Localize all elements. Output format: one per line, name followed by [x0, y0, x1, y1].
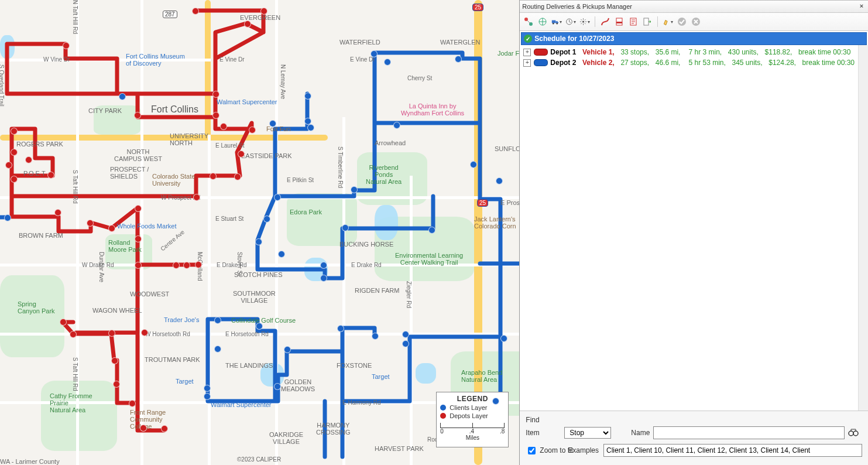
route-tree[interactable]: +Depot 1 Vehicle 1, 33 stops, 35.6 mi, 7…: [520, 45, 858, 411]
client-stop[interactable]: [214, 346, 221, 353]
client-stop[interactable]: [111, 357, 118, 364]
expand-icon[interactable]: +: [523, 59, 531, 67]
client-stop[interactable]: [263, 216, 270, 223]
client-stop[interactable]: [70, 331, 77, 338]
client-stop[interactable]: [135, 235, 142, 242]
client-stop[interactable]: [11, 149, 18, 156]
tool-pdf-icon[interactable]: [614, 16, 625, 27]
close-icon[interactable]: ×: [857, 2, 866, 11]
client-stop[interactable]: [274, 194, 281, 201]
client-stop[interactable]: [269, 120, 276, 127]
tool-gear-icon[interactable]: ▾: [579, 16, 590, 27]
route-dist: 46.6 mi,: [656, 59, 681, 67]
client-stop[interactable]: [60, 319, 67, 326]
route-row[interactable]: +Depot 1 Vehicle 1, 33 stops, 35.6 mi, 7…: [523, 47, 855, 57]
client-stop[interactable]: [351, 186, 358, 193]
client-stop[interactable]: [500, 335, 507, 342]
client-stop[interactable]: [204, 385, 211, 392]
client-stop[interactable]: [370, 50, 378, 57]
check-icon: ✓: [524, 35, 532, 43]
client-stop[interactable]: [134, 112, 141, 119]
client-stop[interactable]: [212, 112, 219, 119]
client-stop[interactable]: [11, 128, 18, 135]
client-stop[interactable]: [108, 225, 115, 232]
schedule-header[interactable]: ✓ Schedule for 10/27/2023: [521, 32, 867, 45]
client-stop[interactable]: [342, 224, 349, 231]
examples-input[interactable]: [603, 444, 862, 457]
client-stop[interactable]: [25, 156, 32, 163]
client-stop[interactable]: [129, 400, 136, 407]
expand-icon[interactable]: +: [523, 49, 531, 56]
tool-globe-icon[interactable]: [537, 16, 548, 27]
client-stop[interactable]: [244, 20, 251, 28]
client-stop[interactable]: [384, 59, 391, 66]
client-stop[interactable]: [161, 425, 168, 432]
tool-check-icon[interactable]: [677, 16, 687, 27]
scrollbar[interactable]: [858, 45, 868, 411]
svg-rect-11: [644, 18, 649, 25]
client-stop[interactable]: [402, 340, 409, 347]
client-stop[interactable]: [5, 162, 12, 169]
client-stop[interactable]: [87, 220, 94, 227]
tool-report-icon[interactable]: [628, 16, 639, 27]
tool-cancel-icon[interactable]: [691, 16, 701, 27]
client-stop[interactable]: [63, 42, 70, 49]
client-stop[interactable]: [428, 227, 435, 234]
client-stop[interactable]: [255, 238, 262, 245]
client-stop[interactable]: [192, 8, 199, 15]
client-stop[interactable]: [337, 325, 344, 332]
client-stop[interactable]: [47, 172, 54, 179]
client-stop[interactable]: [492, 398, 499, 405]
client-stop[interactable]: [140, 425, 147, 432]
client-stop[interactable]: [210, 173, 217, 180]
client-stop[interactable]: [119, 93, 126, 100]
tool-export-icon[interactable]: [642, 16, 653, 27]
client-stop[interactable]: [249, 126, 256, 134]
client-stop[interactable]: [284, 346, 291, 353]
tool-routing-icon[interactable]: [523, 16, 534, 27]
client-stop[interactable]: [470, 161, 477, 168]
client-stop[interactable]: [496, 177, 503, 184]
tool-edit-route-icon[interactable]: [600, 16, 610, 27]
client-stop[interactable]: [274, 383, 281, 390]
vehicle-name: Vehicle 1,: [582, 48, 615, 56]
map-panel[interactable]: Fort Collins CITY PARK ROGERS PARK P.O.E…: [0, 0, 520, 465]
find-name-input[interactable]: [653, 426, 845, 439]
client-stop[interactable]: [141, 329, 148, 336]
binoculars-icon[interactable]: [848, 428, 862, 438]
client-stop[interactable]: [214, 317, 221, 324]
client-stop[interactable]: [234, 173, 241, 180]
client-stop[interactable]: [108, 330, 115, 337]
client-stop[interactable]: [195, 261, 202, 268]
tool-clock-icon[interactable]: ▾: [565, 16, 576, 27]
client-stop[interactable]: [256, 323, 263, 330]
client-stop[interactable]: [173, 262, 180, 269]
client-stop[interactable]: [135, 205, 142, 212]
client-stop[interactable]: [54, 209, 61, 216]
client-stop[interactable]: [260, 8, 267, 15]
route-row[interactable]: +Depot 2 Vehicle 2, 27 stops, 46.6 mi, 5…: [523, 57, 855, 68]
client-stop[interactable]: [193, 194, 200, 201]
client-stop[interactable]: [402, 331, 409, 338]
client-stop[interactable]: [11, 176, 18, 183]
svg-rect-9: [616, 22, 622, 23]
client-stop[interactable]: [212, 91, 219, 98]
client-stop[interactable]: [372, 333, 379, 340]
client-stop[interactable]: [183, 262, 190, 269]
client-stop[interactable]: [278, 251, 285, 258]
client-stop[interactable]: [320, 262, 327, 269]
client-stop[interactable]: [204, 393, 211, 400]
client-stop[interactable]: [320, 275, 327, 282]
client-stop[interactable]: [307, 124, 314, 131]
client-stop[interactable]: [304, 93, 311, 100]
client-stop[interactable]: [220, 123, 227, 130]
tool-truck-icon[interactable]: ▾: [551, 16, 562, 27]
find-item-select[interactable]: Stop: [564, 427, 611, 439]
client-stop[interactable]: [455, 56, 462, 63]
client-stop[interactable]: [4, 214, 11, 221]
client-stop[interactable]: [135, 262, 142, 269]
client-stop[interactable]: [113, 381, 120, 388]
client-stop[interactable]: [238, 151, 245, 158]
tool-highlight-icon[interactable]: ▾: [663, 16, 673, 27]
client-stop[interactable]: [393, 122, 400, 129]
